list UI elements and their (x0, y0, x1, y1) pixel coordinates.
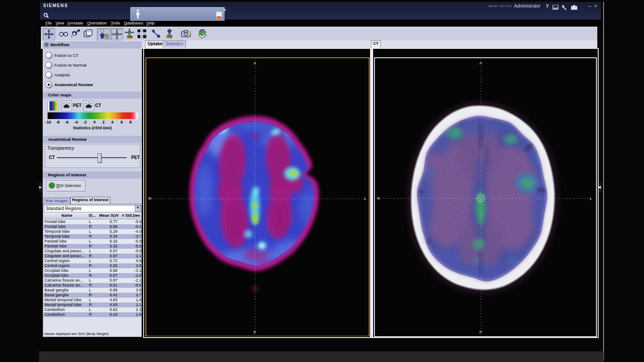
svg-text:A: A (479, 61, 482, 65)
svg-text:PMC: PMC (167, 35, 173, 38)
svg-text:L: L (364, 196, 366, 201)
svg-text:PMC: PMC (128, 36, 133, 38)
svg-text:L: L (590, 196, 592, 201)
svg-text:P: P (479, 330, 482, 334)
svg-text:R: R (149, 196, 152, 201)
svg-text:A: A (254, 61, 256, 65)
svg-text:R: R (377, 196, 380, 201)
svg-text:P: P (254, 330, 256, 334)
